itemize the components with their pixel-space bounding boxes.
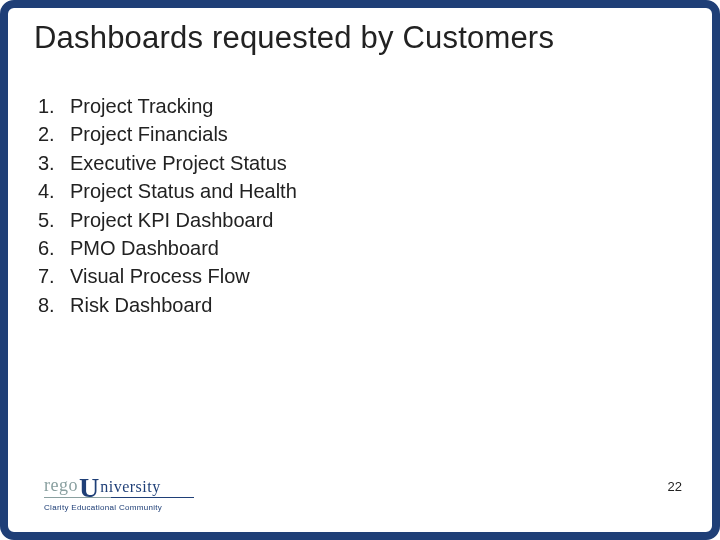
logo-text: rego U niversity [44,475,194,496]
list-item: 6. PMO Dashboard [38,234,672,262]
logo-rego-text: rego [44,475,78,496]
page-number: 22 [668,479,682,494]
list-label: Executive Project Status [68,149,287,177]
list-number: 4. [38,177,68,205]
list-number: 2. [38,120,68,148]
list-number: 8. [38,291,68,319]
list-number: 7. [38,262,68,290]
list-label: PMO Dashboard [68,234,219,262]
list-item: 8. Risk Dashboard [38,291,672,319]
list-label: Project Status and Health [68,177,297,205]
slide-title: Dashboards requested by Customers [34,20,686,56]
list-item: 5. Project KPI Dashboard [38,206,672,234]
logo-underline [44,497,194,499]
list-item: 3. Executive Project Status [38,149,672,177]
list-number: 5. [38,206,68,234]
list-number: 3. [38,149,68,177]
slide: Dashboards requested by Customers 1. Pro… [0,0,720,540]
list-label: Visual Process Flow [68,262,250,290]
logo-niversity-text: niversity [100,478,161,496]
list-item: 7. Visual Process Flow [38,262,672,290]
list-label: Risk Dashboard [68,291,212,319]
footer-logo: rego U niversity Clarity Educational Com… [44,475,194,512]
list-item: 4. Project Status and Health [38,177,672,205]
list-item: 1. Project Tracking [38,92,672,120]
list-number: 6. [38,234,68,262]
logo-tagline: Clarity Educational Community [44,503,194,512]
list-label: Project KPI Dashboard [68,206,273,234]
list-label: Project Financials [68,120,228,148]
list-number: 1. [38,92,68,120]
list-label: Project Tracking [68,92,213,120]
dashboard-list: 1. Project Tracking 2. Project Financial… [38,92,672,319]
logo-u-text: U [79,477,99,499]
list-item: 2. Project Financials [38,120,672,148]
